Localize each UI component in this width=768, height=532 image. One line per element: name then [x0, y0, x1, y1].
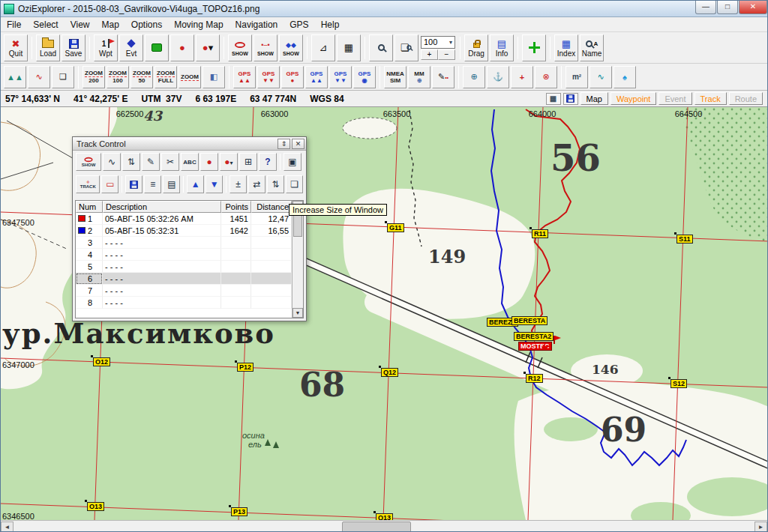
save-position-button[interactable]	[563, 93, 578, 105]
map-canvas[interactable]: 662500 663000 663500 664000 664500 63475…	[1, 107, 768, 520]
zoom-200-button[interactable]: ZOOM 200	[82, 66, 105, 88]
tc-point-button[interactable]: ●	[200, 153, 218, 171]
grid-marker[interactable]: P13	[231, 507, 248, 516]
zoom-in-button[interactable]: +	[421, 49, 438, 60]
minimize-button[interactable]: —	[695, 1, 716, 14]
track-row[interactable]: 5 - - - -	[76, 261, 292, 273]
event-button[interactable]: Evt	[119, 34, 143, 61]
tc-swap-button[interactable]: ⇄	[248, 175, 266, 193]
gps-event-upload-button[interactable]: GPS ▲▲	[305, 66, 328, 88]
cancel-navigation-button[interactable]: ⊗	[535, 66, 557, 88]
anchor-button[interactable]: ⚓	[487, 66, 509, 88]
gps-waypoint-upload-button[interactable]: GPS ▲▲	[233, 66, 256, 88]
scroll-down-arrow[interactable]: ▼	[292, 308, 303, 318]
zoom-50-button[interactable]: ZOOM 50	[130, 66, 153, 88]
column-header[interactable]: Points	[221, 201, 251, 213]
grid-marker[interactable]: R12	[526, 374, 543, 383]
map-grid-icon-button[interactable]: ▦	[546, 93, 561, 105]
menu-file[interactable]: File	[1, 18, 27, 31]
track-row[interactable]: 7 - - - -	[76, 285, 292, 297]
waypoint-label[interactable]: BERESTA	[512, 316, 548, 325]
tc-line-style-button[interactable]: ∿	[103, 153, 121, 171]
waypoint-label[interactable]: BERESTA2	[514, 332, 554, 341]
tc-help-button[interactable]: ?	[259, 153, 277, 171]
track-mode-button[interactable]: Track	[694, 92, 727, 105]
zoom-out-button[interactable]: −	[438, 49, 455, 60]
tc-save-track-button[interactable]	[125, 175, 142, 193]
map-3d-button[interactable]: ♠	[614, 66, 636, 88]
gps-waypoint-download-button[interactable]: GPS ▼▼	[257, 66, 280, 88]
tc-window-size-button[interactable]: ❏	[286, 175, 303, 193]
tc-report-button[interactable]: ≡	[144, 175, 161, 193]
menu-moving-map[interactable]: Moving Map	[168, 18, 229, 31]
area-measure-button[interactable]: m²	[566, 66, 588, 88]
copy-map-button[interactable]: ❏	[52, 66, 74, 88]
zoom-level-combo[interactable]: 100 ▾	[421, 36, 455, 49]
map-projection-button[interactable]: ◧	[202, 66, 225, 88]
tc-move-up-button[interactable]: ▲	[187, 175, 204, 193]
track-row[interactable]: 4 - - - -	[76, 249, 292, 261]
column-header[interactable]: Num	[76, 201, 103, 213]
menu-view[interactable]: View	[64, 18, 96, 31]
track-row[interactable]: 2 05-АВГ-15 05:32:31 1642 16,55	[76, 225, 292, 237]
zoom-full-button[interactable]: ZOOM FULL	[154, 66, 177, 88]
track-row-selected[interactable]: 6 - - - -	[76, 273, 292, 285]
tc-track-labels-button[interactable]: ABC	[181, 153, 199, 171]
waypoint-mode-button[interactable]: Waypoint	[610, 92, 656, 105]
track-control-window[interactable]: Track Control ⇕ ✕ SHOW ∿ ⇅ ✎ ✂ ABC ● ●▾ …	[72, 136, 307, 321]
waypoint-symbol-menu-button[interactable]: ●▾	[196, 34, 220, 61]
zoom-window-button[interactable]: ZOOM	[178, 66, 201, 88]
grid-marker[interactable]: S12	[670, 379, 687, 388]
magnify-window-button[interactable]: ❏	[394, 34, 418, 61]
show-events-button[interactable]: ◆◆ SHOW	[279, 34, 303, 61]
menu-navigation[interactable]: Navigation	[230, 18, 284, 31]
grid-marker[interactable]: S11	[676, 235, 693, 244]
grid-marker[interactable]: O12	[93, 357, 110, 366]
maximize-button[interactable]: □	[717, 1, 738, 14]
measure-distance-button[interactable]: ⊿	[311, 34, 335, 61]
gps-track-upload-button[interactable]: GPS ●	[281, 66, 304, 88]
show-tracks-button[interactable]: SHOW	[228, 34, 252, 61]
moving-map-button[interactable]: MM ⊕	[408, 66, 430, 88]
column-header[interactable]: Distance	[251, 201, 292, 213]
tc-clear-track-button[interactable]: ▭	[101, 175, 118, 193]
moving-map-center-button[interactable]	[522, 34, 546, 61]
grid-marker[interactable]: P12	[237, 363, 254, 372]
scroll-right-arrow[interactable]: ►	[754, 522, 767, 532]
track-profile-button[interactable]: ∿	[28, 66, 50, 88]
menu-options[interactable]: Options	[125, 18, 168, 31]
grid-marker[interactable]: Q12	[381, 368, 398, 377]
track-row[interactable]: 3 - - - -	[76, 237, 292, 249]
track-row[interactable]: 8 - - - -	[76, 297, 292, 309]
track-control-rollup-button[interactable]: ⇕	[278, 139, 290, 149]
tc-show-tracks-button[interactable]: SHOW	[76, 153, 101, 171]
title-bar[interactable]: OziExplorer - 2015-08-03_Gavrilkovo-Vi4u…	[1, 1, 767, 17]
tc-split-track-button[interactable]: ✂	[161, 153, 179, 171]
scroll-thumb[interactable]	[342, 522, 411, 532]
menu-gps[interactable]: GPS	[284, 18, 314, 31]
track-list-scrollbar[interactable]: ▲ ▼	[292, 201, 303, 318]
show-waypoints-button[interactable]: •–• SHOW	[254, 34, 278, 61]
tc-increase-window-button[interactable]: ▣	[284, 153, 302, 171]
tc-point-menu-button[interactable]: ●▾	[220, 153, 238, 171]
nmea-simulator-button[interactable]: NMEA SIM	[384, 66, 406, 88]
tc-move-down-button[interactable]: ▼	[206, 175, 223, 193]
waypoint-button[interactable]: 1 Wpt	[94, 34, 118, 61]
tc-add-points-button[interactable]: ⊞	[239, 153, 257, 171]
name-search-button[interactable]: A Name	[580, 34, 604, 61]
zoom-100-button[interactable]: ZOOM 100	[106, 66, 129, 88]
waypoint-symbol-button[interactable]: ●	[170, 34, 194, 61]
tc-track-properties-button[interactable]: ＋ TRACK	[76, 175, 100, 193]
track-row[interactable]: 1 05-АВГ-15 05:32:26 AM 1451 12,47	[76, 213, 292, 225]
grid-marker[interactable]: Q13	[376, 513, 393, 520]
tc-list-button[interactable]: ▤	[163, 175, 180, 193]
quit-button[interactable]: ✖ Quit	[4, 34, 28, 61]
load-button[interactable]: Load	[36, 34, 60, 61]
map-features-button[interactable]: ▲▲	[4, 66, 26, 88]
track-control-titlebar[interactable]: Track Control ⇕ ✕	[73, 137, 306, 151]
menu-map[interactable]: Map	[96, 18, 125, 31]
map-mode-button[interactable]: Map	[580, 92, 608, 105]
nmea-log-button[interactable]: ✎••	[432, 66, 454, 88]
grid-marker[interactable]: G11	[387, 223, 404, 232]
tc-draw-track-button[interactable]: ✎	[142, 153, 160, 171]
